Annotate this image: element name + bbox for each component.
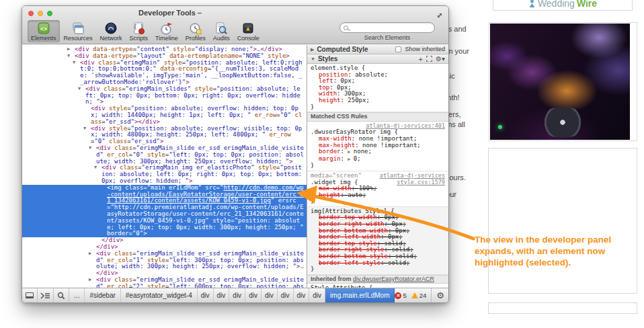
dock-toggle-button[interactable]: [22, 288, 38, 302]
breadcrumb-item[interactable]: div: [229, 288, 245, 302]
breadcrumb-item-selected[interactable]: img.main.erILdMom: [325, 288, 395, 302]
dom-tree-row-selected[interactable]: <img class="main erILdMom" src="http://c…: [22, 185, 307, 237]
property-name: height: [319, 97, 341, 104]
disclosure-triangle[interactable]: ▶: [67, 46, 70, 53]
styles-gear-icon[interactable]: ⚙▾: [436, 56, 445, 63]
css-property[interactable]: border-left-style: solid;: [311, 260, 445, 267]
tab-resources[interactable]: Resources: [61, 20, 96, 42]
computed-style-header[interactable]: ▶ Computed Style Show inherited: [307, 45, 448, 54]
disclosure-triangle[interactable]: ▼: [89, 145, 91, 152]
breadcrumb-item[interactable]: #easyrotator_widget-4: [121, 288, 198, 302]
expanded-triangle-icon[interactable]: ▼: [311, 56, 315, 63]
show-inherited-checkbox[interactable]: [395, 46, 401, 52]
property-value: none !important;: [359, 135, 417, 142]
breadcrumb-item[interactable]: div: [198, 288, 214, 302]
traffic-lights: [28, 11, 52, 16]
styles-header[interactable]: ▼ Styles + ⚙▾: [307, 54, 448, 64]
console-toggle-button[interactable]: [38, 288, 53, 302]
dom-tree-row[interactable]: ▶<div class="erimgMain_slide er_ssd erim…: [22, 277, 307, 288]
tab-label: Scripts: [130, 35, 149, 42]
element-state-icon[interactable]: [426, 56, 432, 62]
tab-scripts[interactable]: { } Scripts: [126, 20, 152, 42]
disclosure-triangle[interactable]: ▶: [89, 277, 91, 284]
property-value: solid;: [388, 259, 410, 266]
dom-tree-row[interactable]: ▶<div class="erimgMain_slide er_ssd erim…: [22, 251, 307, 277]
css-property[interactable]: margin: ▶ 0;: [311, 156, 445, 163]
property-name: position: [319, 71, 348, 78]
resources-icon: [71, 22, 85, 35]
styles-label: Styles: [318, 56, 337, 63]
property-value: 250px;: [348, 97, 370, 104]
console-toggle-icon: [40, 292, 51, 299]
status-bar: ...#sidebar#easyrotator_widget-4divdivdi…: [22, 288, 448, 302]
tab-timeline[interactable]: Timeline: [152, 20, 182, 42]
dom-tree-row[interactable]: <div style="position: absolute; overflow…: [22, 106, 307, 125]
node-search-button[interactable]: [54, 288, 69, 302]
console-counters[interactable]: ✕ 5 24 ⚙: [395, 288, 448, 302]
css-rule: element.style {position: absolute;left: …: [307, 64, 448, 112]
settings-gear-icon[interactable]: ⚙: [436, 290, 444, 300]
audits-icon: [214, 22, 228, 35]
breadcrumb-item[interactable]: div: [245, 288, 261, 302]
tab-elements[interactable]: <> Elements: [28, 20, 60, 42]
close-button[interactable]: [28, 11, 34, 16]
tab-network[interactable]: Network: [97, 20, 126, 42]
screenshot-stage: onies anded on yourmusicmonth!mixers,yst…: [0, 0, 644, 328]
logo-word-2: Wire: [577, 0, 597, 9]
property-name: border-bottom-style: [319, 253, 388, 259]
dom-tree-row[interactable]: </div>: [22, 237, 307, 244]
titlebar[interactable]: Developer Tools –: [22, 6, 448, 21]
inherited-from-header: Inherited from div.dwuserEasyRotator.erA…: [307, 275, 448, 284]
disclosure-triangle[interactable]: ▼: [83, 126, 86, 132]
property-value: 0px;: [341, 77, 356, 84]
dom-tree-row[interactable]: ▼<div class="erimgMain_img er_elasticPho…: [22, 165, 307, 184]
dom-tree-row[interactable]: ▼<div class="erimgMain_slides" style="po…: [22, 86, 307, 106]
search-label: Search Elements: [364, 34, 411, 41]
dom-tree-pane[interactable]: ▶<div data-ertype="content" style="displ…: [22, 45, 307, 288]
warning-count: 24: [419, 292, 427, 299]
dom-tree-row[interactable]: ▼<div class="erimgMain_slide er_ssd erim…: [22, 145, 307, 165]
expand-value-icon[interactable]: ▶: [348, 149, 353, 155]
tab-label: Audits: [213, 35, 230, 42]
minimize-button[interactable]: [38, 11, 43, 16]
breadcrumb-item[interactable]: div: [214, 288, 230, 302]
search-field[interactable]: [339, 22, 435, 33]
disclosure-triangle[interactable]: ▼: [67, 53, 70, 60]
breadcrumb-item[interactable]: ...: [69, 288, 85, 302]
disclosure-triangle[interactable]: ▼: [94, 165, 97, 171]
weddingwire-badge[interactable]: WeddingWire: [493, 0, 633, 11]
inherited-node-link[interactable]: div.dwuserEasyRotator.erACR: [353, 276, 434, 282]
property-name: border-left-style: [319, 259, 380, 266]
css-property[interactable]: height: 250px;: [311, 97, 445, 104]
breadcrumb-item[interactable]: div: [278, 288, 294, 302]
new-style-rule-icon[interactable]: +: [419, 56, 423, 63]
tab-audits[interactable]: Audits: [210, 20, 233, 42]
dom-tree-row[interactable]: ▼<div style="position: absolute; overflo…: [22, 126, 307, 145]
svg-text:<>: <>: [40, 26, 47, 32]
window-title: Developer Tools –: [110, 9, 231, 17]
property-value: 300px;: [344, 90, 366, 97]
breadcrumb-item[interactable]: #sidebar: [85, 288, 120, 302]
network-icon: [104, 22, 118, 35]
tab-console[interactable]: Console: [234, 20, 263, 42]
scripts-icon: { }: [132, 22, 145, 35]
expand-value-icon[interactable]: ▶: [348, 157, 353, 162]
breadcrumb-item[interactable]: div: [261, 288, 278, 302]
inspector-toolbar: <> Elements Resources Network { } Script…: [22, 19, 448, 44]
property-name: max-height: [319, 142, 355, 149]
zoom-button[interactable]: [47, 11, 52, 16]
tab-label: Profiles: [186, 35, 206, 42]
property-value: solid;: [395, 253, 417, 259]
disclosure-triangle[interactable]: ▼: [78, 86, 81, 93]
tab-profiles[interactable]: Profiles: [182, 20, 209, 42]
breadcrumb-item[interactable]: div: [309, 288, 325, 302]
breadcrumb-item[interactable]: div: [294, 288, 310, 302]
dj-photo[interactable]: [490, 24, 630, 140]
disclosure-triangle[interactable]: ▼: [73, 60, 75, 67]
search-input[interactable]: [350, 24, 428, 31]
collapsed-triangle-icon[interactable]: ▶: [311, 46, 314, 53]
stylesheet-link[interactable]: atlanta-dj-services:401: [366, 122, 445, 129]
dock-icon: [26, 292, 34, 298]
dom-tree-row[interactable]: ▼<div class="erimgMain" style="position:…: [22, 60, 307, 86]
disclosure-triangle[interactable]: ▶: [89, 251, 91, 257]
